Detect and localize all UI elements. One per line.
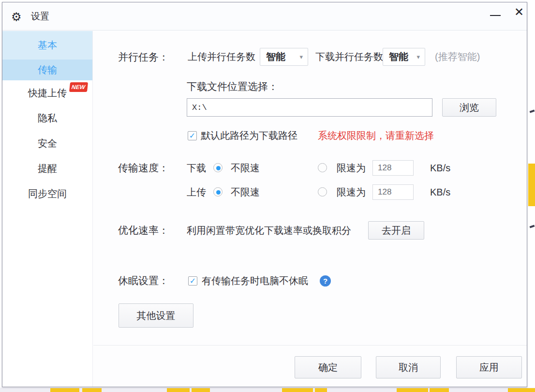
chevron-down-icon: ▾: [299, 53, 303, 60]
download-limit-input[interactable]: [372, 160, 414, 176]
sidebar-item-sync-space[interactable]: 同步空间: [2, 181, 92, 206]
download-location-label: 下载文件位置选择：: [187, 80, 278, 93]
default-path-checkbox[interactable]: ✓: [188, 131, 197, 140]
permission-warning-text: 系统权限限制，请重新选择: [318, 130, 434, 141]
sleep-settings-label: 休眠设置：: [118, 273, 169, 288]
sidebar-item-reminder[interactable]: 提醒: [2, 156, 92, 181]
upload-unlimited-label: 不限速: [231, 184, 260, 200]
new-badge: NEW: [69, 82, 88, 92]
download-parallel-dropdown[interactable]: 智能 ▾: [383, 48, 425, 66]
background-artifact: [282, 388, 313, 392]
sidebar-item-label: 快捷上传: [28, 88, 67, 98]
sidebar-item-transfer[interactable]: 传输: [2, 60, 92, 80]
download-limit-unit: KB/s: [430, 160, 450, 176]
upload-limited-radio[interactable]: [318, 187, 327, 196]
chevron-down-icon: ▾: [416, 53, 420, 60]
upload-limit-label: 限速为: [337, 184, 366, 200]
cancel-button[interactable]: 取消: [376, 356, 441, 378]
footer-divider: [93, 345, 527, 346]
upload-direction-label: 上传: [187, 184, 206, 200]
download-path-input[interactable]: [187, 98, 432, 117]
background-artifact: [82, 388, 102, 392]
enable-optimize-button[interactable]: 去开启: [368, 221, 424, 240]
background-artifact: [397, 388, 428, 392]
optimize-rate-description: 利用闲置带宽优化下载速率或换取积分: [187, 221, 351, 240]
background-artifact: [50, 388, 79, 392]
parallel-hint: (推荐智能): [435, 48, 480, 66]
download-unlimited-label: 不限速: [231, 160, 260, 176]
background-artifact: [192, 388, 210, 392]
background-artifact: [528, 164, 535, 206]
optimize-rate-label: 优化速率：: [118, 221, 169, 240]
sidebar-item-quick-upload[interactable]: 快捷上传 NEW: [2, 80, 92, 106]
sidebar-item-basic[interactable]: 基本: [2, 31, 92, 60]
no-sleep-checkbox[interactable]: ✓: [188, 276, 197, 286]
download-limited-radio[interactable]: [318, 163, 327, 172]
other-settings-button[interactable]: 其他设置: [119, 303, 193, 328]
upload-parallel-count-label: 上传并行任务数: [188, 48, 255, 66]
upload-limit-unit: KB/s: [430, 184, 450, 200]
ok-button[interactable]: 确定: [295, 356, 361, 378]
upload-limit-input[interactable]: [372, 184, 414, 200]
background-artifact: [530, 110, 535, 113]
close-button[interactable]: ✕: [511, 4, 527, 20]
download-direction-label: 下载: [187, 160, 206, 176]
help-question-icon[interactable]: ?: [320, 275, 331, 286]
sidebar-item-security[interactable]: 安全: [2, 131, 92, 156]
apply-button[interactable]: 应用: [456, 356, 522, 378]
window-title: 设置: [31, 2, 49, 30]
minimize-button[interactable]: [490, 12, 501, 23]
sidebar: 基本 传输 快捷上传 NEW 隐私 安全 提醒 同步空间: [2, 31, 93, 387]
no-sleep-checkbox-label: 有传输任务时电脑不休眠: [202, 273, 308, 288]
upload-unlimited-radio[interactable]: [213, 187, 223, 196]
background-artifact: [508, 388, 535, 392]
gear-icon: ⚙: [11, 11, 22, 23]
page-behind-strip: [0, 388, 535, 392]
download-unlimited-radio[interactable]: [213, 163, 223, 172]
upload-parallel-value: 智能: [266, 50, 285, 63]
upload-parallel-dropdown[interactable]: 智能 ▾: [260, 48, 308, 66]
download-limit-label: 限速为: [337, 160, 366, 176]
background-artifact: [530, 225, 535, 228]
background-artifact: [430, 388, 449, 392]
sidebar-item-privacy[interactable]: 隐私: [2, 106, 92, 131]
download-parallel-count-label: 下载并行任务数: [315, 48, 383, 66]
parallel-tasks-label: 并行任务：: [118, 48, 169, 66]
default-path-checkbox-label: 默认此路径为下载路径: [201, 130, 297, 141]
title-bar: ⚙ 设置 ✕: [2, 2, 527, 30]
settings-window: ⚙ 设置 ✕ 基本 传输 快捷上传 NEW 隐私 安全 提醒 同步空间 并行任务…: [2, 2, 527, 387]
background-artifact: [315, 388, 327, 392]
download-parallel-value: 智能: [389, 50, 408, 63]
background-artifact: [167, 388, 190, 392]
transfer-speed-label: 传输速度：: [118, 160, 169, 176]
browse-button[interactable]: 浏览: [442, 98, 496, 117]
